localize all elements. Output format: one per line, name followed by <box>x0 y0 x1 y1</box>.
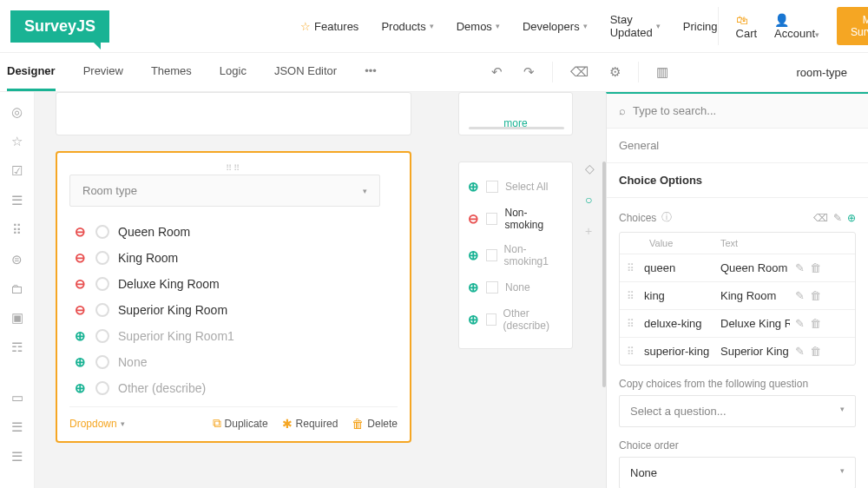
tab-logic[interactable]: Logic <box>220 53 247 91</box>
list-icon[interactable]: ☰ <box>11 419 23 435</box>
toggle-icon[interactable]: ⊜ <box>11 252 23 267</box>
trash-icon[interactable]: 🗑 <box>810 345 821 358</box>
delete-button[interactable]: 🗑Delete <box>352 417 398 431</box>
choice-value[interactable]: deluxe-king <box>644 317 715 330</box>
property-search[interactable]: ⌕ Type to search... <box>607 94 868 129</box>
adorner-icon[interactable]: ○ <box>585 193 595 207</box>
question-type-selector[interactable]: Dropdown▾ <box>69 418 125 430</box>
add-icon[interactable]: ⊕ <box>468 179 479 195</box>
duplicate-button[interactable]: ⧉Duplicate <box>213 416 268 431</box>
choice-value[interactable]: king <box>644 289 715 302</box>
edit-icon[interactable]: ✎ <box>795 317 805 330</box>
more-icon[interactable]: … <box>10 478 23 488</box>
edit-icon[interactable]: ✎ <box>795 261 805 274</box>
side-select-all[interactable]: ⊕Select All <box>468 173 563 201</box>
drag-handle-icon[interactable]: ⠿ <box>627 290 639 302</box>
nav-account[interactable]: 👤Account▾ <box>774 13 819 40</box>
nav-cart[interactable]: 🛍Cart <box>736 13 758 40</box>
my-surveys-button[interactable]: My Surveys <box>837 7 868 45</box>
scrollbar[interactable] <box>602 162 606 387</box>
edit-icon[interactable]: ✎ <box>795 289 805 302</box>
text-icon[interactable]: ☰ <box>11 193 23 208</box>
choices-table-row[interactable]: ⠿superior-kingSuperior King✎🗑 <box>620 338 855 365</box>
design-canvas[interactable]: more ⠿⠿ Room type ▾ ⊖Queen Room ⊖King Ro… <box>35 92 606 488</box>
choice-order-select[interactable]: None ▾ <box>619 457 856 488</box>
add-icon[interactable]: ⊕ <box>73 355 87 369</box>
logo[interactable]: SurveyJS <box>10 10 109 43</box>
choice-text[interactable]: Superior King <box>720 345 790 358</box>
choice-value[interactable]: superior-king <box>644 345 715 358</box>
choice-value[interactable]: queen <box>644 261 715 274</box>
choice-text[interactable]: Deluxe King Ro <box>720 317 790 330</box>
choice-row-add[interactable]: ⊕Superior King Room1 <box>69 323 398 349</box>
add-icon[interactable]: ⊕ <box>73 381 87 395</box>
checkbox-icon[interactable]: ☑ <box>11 163 23 179</box>
trash-icon[interactable]: 🗑 <box>810 289 821 302</box>
remove-icon[interactable]: ⊖ <box>73 277 87 291</box>
trash-icon[interactable]: 🗑 <box>810 261 821 274</box>
comment-icon[interactable]: ☶ <box>11 340 23 355</box>
choices-table-row[interactable]: ⠿deluxe-kingDeluxe King Ro✎🗑 <box>620 310 855 338</box>
trash-icon[interactable]: 🗑 <box>810 317 821 330</box>
copy-choices-select[interactable]: Select a question... ▾ <box>619 395 856 427</box>
question-card-prev[interactable] <box>56 92 411 135</box>
adorner-add-icon[interactable]: + <box>585 224 595 238</box>
choice-text[interactable]: King Room <box>720 289 790 302</box>
tab-json[interactable]: JSON Editor <box>274 53 337 91</box>
choice-row[interactable]: ⊖Deluxe King Room <box>69 271 398 297</box>
choice-text[interactable]: Queen Room <box>720 261 790 274</box>
undo-icon[interactable]: ↶ <box>488 61 506 83</box>
nav-stay-updated[interactable]: Stay Updated▾ <box>610 13 661 39</box>
category-general[interactable]: General <box>607 129 868 163</box>
eraser-icon[interactable]: ⌫ <box>813 212 828 224</box>
choice-row-other[interactable]: ⊕Other (describe) <box>69 375 398 401</box>
add-icon[interactable]: ⊕ <box>468 280 479 295</box>
selected-question-card[interactable]: ⠿⠿ Room type ▾ ⊖Queen Room ⊖King Room ⊖D… <box>56 151 411 443</box>
book-icon[interactable]: ▥ <box>653 61 672 83</box>
required-button[interactable]: ✱Required <box>282 417 339 431</box>
remove-icon[interactable]: ⊖ <box>73 225 87 239</box>
choice-row[interactable]: ⊖King Room <box>69 245 398 271</box>
category-choice-options[interactable]: Choice Options <box>607 163 868 198</box>
edit-icon[interactable]: ✎ <box>795 345 805 358</box>
tab-designer[interactable]: Designer <box>7 53 56 91</box>
dropdown-title-input[interactable]: Room type ▾ <box>69 175 380 207</box>
choice-row[interactable]: ⊖Queen Room <box>69 219 398 245</box>
add-icon[interactable]: ⊕ <box>73 329 87 343</box>
add-icon[interactable]: ⊕ <box>468 312 479 327</box>
nav-pricing[interactable]: Pricing <box>683 20 718 33</box>
rect-icon[interactable]: ▭ <box>11 390 23 406</box>
nav-developers[interactable]: Developers▾ <box>523 20 588 33</box>
folder-icon[interactable]: 🗀 <box>10 281 23 296</box>
nav-products[interactable]: Products▾ <box>381 20 433 33</box>
adorner-icon[interactable]: ◇ <box>585 162 595 175</box>
tab-more[interactable]: ••• <box>365 53 377 91</box>
choice-row-none[interactable]: ⊕None <box>69 349 398 375</box>
side-choice[interactable]: ⊕Non-smoking1 <box>468 237 563 274</box>
add-choice-icon[interactable]: ⊕ <box>847 212 856 224</box>
help-icon[interactable]: ⓘ <box>661 210 672 225</box>
target-icon[interactable]: ◎ <box>11 104 23 120</box>
choices-table-row[interactable]: ⠿kingKing Room✎🗑 <box>620 282 855 310</box>
choice-row[interactable]: ⊖Superior King Room <box>69 297 398 323</box>
nav-demos[interactable]: Demos▾ <box>457 20 500 33</box>
side-other[interactable]: ⊕Other (describe) <box>468 301 563 338</box>
remove-icon[interactable]: ⊖ <box>73 303 87 317</box>
side-none[interactable]: ⊕None <box>468 274 563 301</box>
eraser-icon[interactable]: ⌫ <box>567 61 592 83</box>
drag-handle-icon[interactable]: ⠿ <box>627 318 639 330</box>
tab-preview[interactable]: Preview <box>83 53 123 91</box>
redo-icon[interactable]: ↷ <box>520 61 538 83</box>
panel-icon[interactable]: ▣ <box>11 310 23 326</box>
group-icon[interactable]: ⠿ <box>12 222 22 238</box>
drag-handle-icon[interactable]: ⠿ <box>627 262 639 274</box>
drag-handle-icon[interactable]: ⠿ <box>627 346 639 358</box>
star-icon[interactable]: ☆ <box>11 134 23 149</box>
tab-themes[interactable]: Themes <box>151 53 192 91</box>
remove-icon[interactable]: ⊖ <box>468 211 479 227</box>
settings-icon[interactable]: ⚙ <box>606 61 624 83</box>
drag-handle-icon[interactable]: ⠿⠿ <box>69 162 398 175</box>
side-choice[interactable]: ⊖Non-smoking <box>468 201 563 237</box>
edit-list-icon[interactable]: ✎ <box>833 212 842 224</box>
nav-features[interactable]: ☆Features <box>300 20 358 33</box>
